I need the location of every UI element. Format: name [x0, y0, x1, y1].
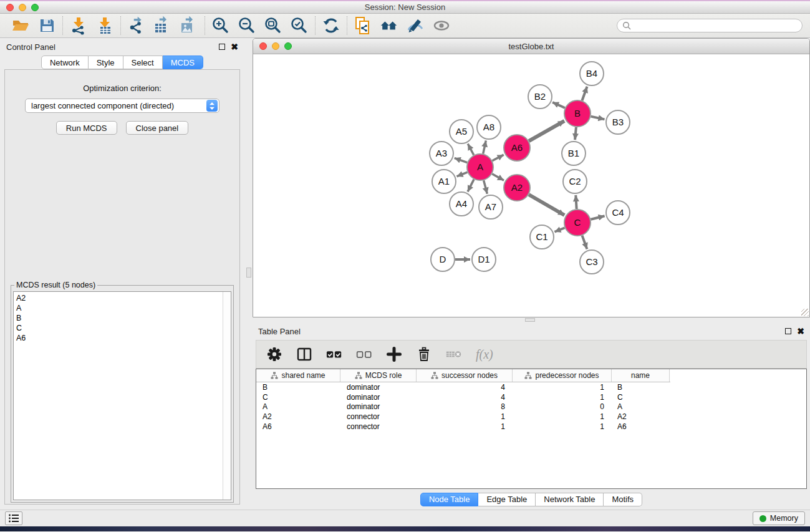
export-table-icon[interactable]: [153, 16, 172, 35]
network-view-titlebar[interactable]: testGlobe.txt: [253, 39, 809, 54]
zoom-selected-icon[interactable]: [290, 16, 309, 35]
table-row[interactable]: Bdominator41B: [256, 382, 806, 392]
graph-edge-B-B1[interactable]: [575, 127, 576, 140]
optimization-criterion-dropdown[interactable]: largest connected component (directed): [25, 99, 219, 113]
table-row[interactable]: A2connector11A2: [256, 412, 806, 422]
table-float-panel-icon[interactable]: [785, 328, 791, 334]
zoom-out-icon[interactable]: [238, 16, 256, 35]
graph-edge-A-A2[interactable]: [492, 174, 504, 181]
graph-edge-A-A7[interactable]: [484, 180, 488, 193]
zoom-fit-icon[interactable]: [264, 16, 282, 35]
table-cell[interactable]: dominator: [340, 383, 417, 392]
column-header-predecessor-nodes[interactable]: predecessor nodes: [513, 369, 612, 382]
tab-mcds[interactable]: MCDS: [163, 56, 203, 69]
table-cell[interactable]: 1: [513, 412, 612, 421]
tab-network[interactable]: Network: [41, 56, 89, 69]
table-cell[interactable]: C: [612, 393, 670, 402]
table-cell[interactable]: 1: [417, 412, 513, 421]
tab-style[interactable]: Style: [89, 56, 123, 69]
graph-edge-C-C1[interactable]: [554, 228, 564, 232]
vertical-splitter-grip[interactable]: [246, 268, 251, 278]
network-graph[interactable]: B4B2BB3B1A5A8A3A6AA1A4A7A2C2CC4C1C3DD1: [253, 54, 808, 316]
mcds-result-item[interactable]: B: [16, 313, 222, 323]
tab-motifs[interactable]: Motifs: [604, 493, 642, 506]
delete-table-icon[interactable]: [446, 346, 462, 362]
table-cell[interactable]: C: [256, 393, 340, 402]
window-resize-grip[interactable]: [801, 309, 809, 316]
graph-edge-B-B3[interactable]: [591, 117, 605, 120]
horizontal-splitter-grip[interactable]: [525, 318, 535, 322]
graph-edge-B-B2[interactable]: [552, 102, 565, 108]
open-file-icon[interactable]: [11, 16, 30, 35]
mcds-result-item[interactable]: A2: [16, 293, 222, 303]
graph-edge-C-C4[interactable]: [591, 216, 604, 219]
export-network-icon[interactable]: [127, 16, 146, 35]
add-column-icon[interactable]: [386, 346, 402, 362]
table-cell[interactable]: 0: [513, 402, 612, 411]
table-row[interactable]: Cdominator41C: [256, 392, 806, 402]
search-input[interactable]: [631, 21, 802, 30]
column-header-shared-name[interactable]: shared name: [256, 369, 340, 382]
show-graphics-details-icon[interactable]: [406, 16, 425, 35]
unselect-all-columns-icon[interactable]: [356, 346, 372, 362]
tab-edge-table[interactable]: Edge Table: [478, 493, 536, 506]
export-image-icon[interactable]: [180, 16, 198, 35]
mcds-result-item[interactable]: A: [16, 303, 222, 313]
zoom-in-icon[interactable]: [211, 16, 230, 35]
tab-network-table[interactable]: Network Table: [536, 493, 604, 506]
table-cell[interactable]: 4: [417, 383, 513, 392]
import-table-icon[interactable]: [95, 16, 114, 35]
table-row[interactable]: A6connector11A6: [256, 422, 806, 432]
graph-edge-A-A8[interactable]: [483, 140, 486, 153]
table-cell[interactable]: 1: [513, 422, 612, 431]
table-cell[interactable]: connector: [340, 422, 417, 431]
mcds-result-item[interactable]: C: [16, 323, 222, 333]
column-header-name[interactable]: name: [612, 369, 670, 382]
table-cell[interactable]: 1: [513, 393, 612, 402]
table-cell[interactable]: A: [612, 402, 670, 411]
table-cell[interactable]: B: [612, 383, 670, 392]
search-box[interactable]: [617, 19, 803, 32]
import-network-icon[interactable]: [69, 16, 88, 35]
table-cell[interactable]: A2: [256, 412, 340, 421]
graph-edge-C-C3[interactable]: [582, 236, 587, 249]
table-cell[interactable]: 4: [417, 393, 513, 402]
table-cell[interactable]: connector: [340, 412, 417, 421]
table-row[interactable]: Adominator80A: [256, 402, 806, 412]
mcds-result-item[interactable]: A6: [16, 333, 222, 343]
horizontal-splitter[interactable]: [253, 317, 810, 322]
network-file-clone-icon[interactable]: [354, 16, 372, 35]
graph-edge-A-A6[interactable]: [492, 155, 503, 161]
table-cell[interactable]: A: [256, 402, 340, 411]
column-header-MCDS-role[interactable]: MCDS role: [340, 369, 417, 382]
memory-button[interactable]: Memory: [753, 511, 805, 525]
table-cell[interactable]: A6: [612, 422, 670, 431]
close-panel-icon[interactable]: ✖: [231, 44, 238, 50]
float-panel-icon[interactable]: [219, 44, 225, 50]
table-cell[interactable]: dominator: [340, 393, 417, 402]
task-history-button[interactable]: [5, 511, 22, 525]
graph-edge-A-A1[interactable]: [456, 172, 467, 177]
graph-edge-A-A4[interactable]: [468, 180, 474, 192]
table-cell[interactable]: B: [256, 383, 340, 392]
table-cell[interactable]: 1: [513, 383, 612, 392]
save-session-icon[interactable]: [37, 16, 56, 35]
graph-edge-A2-C[interactable]: [529, 195, 564, 215]
tab-select[interactable]: Select: [123, 56, 163, 69]
graph-edge-A-A3[interactable]: [455, 158, 468, 162]
graph-edge-A-A5[interactable]: [468, 143, 474, 155]
delete-column-icon[interactable]: [416, 346, 432, 362]
column-header-successor-nodes[interactable]: successor nodes: [417, 369, 513, 382]
table-cell[interactable]: A6: [256, 422, 340, 431]
graph-edge-B-B4[interactable]: [582, 87, 587, 101]
mcds-result-list[interactable]: A2ABCA6: [13, 291, 231, 500]
split-view-icon[interactable]: [296, 346, 312, 362]
table-cell[interactable]: A2: [612, 412, 670, 421]
refresh-view-icon[interactable]: [322, 16, 340, 35]
run-mcds-button[interactable]: Run MCDS: [56, 121, 117, 135]
network-canvas[interactable]: B4B2BB3B1A5A8A3A6AA1A4A7A2C2CC4C1C3DD1: [253, 54, 809, 317]
mcds-result-scrollbar[interactable]: [223, 292, 231, 500]
first-neighbors-icon[interactable]: [380, 16, 398, 35]
graph-edge-C-C2[interactable]: [576, 195, 576, 209]
table-close-panel-icon[interactable]: ✖: [797, 328, 804, 334]
